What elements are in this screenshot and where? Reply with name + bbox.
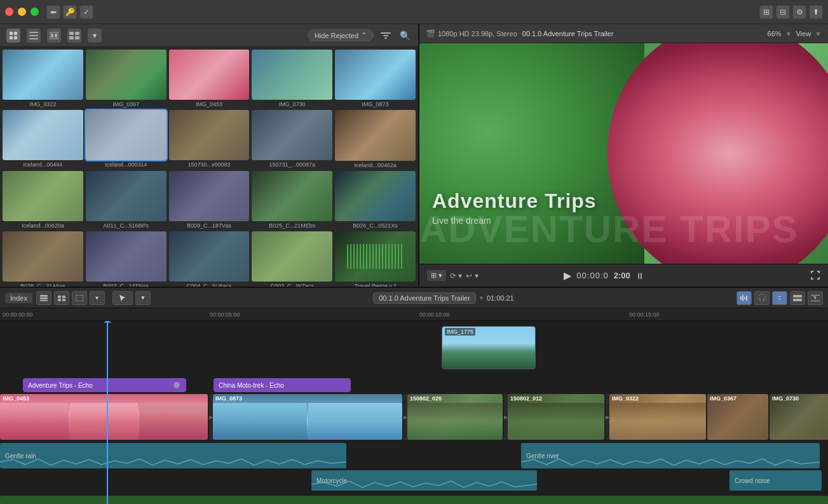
timeline-ruler: 00:00:00:00 00:00:05:00 00:00:10:00 00:0…: [0, 308, 828, 321]
thumbnail-item-selected[interactable]: Iceland...000314: [86, 110, 166, 168]
svg-rect-4: [29, 32, 38, 33]
audio-track-crowd[interactable]: Crowd noise: [730, 470, 822, 491]
video-clips-row: IMG_0453 ▶ IMG_0873: [0, 394, 828, 440]
view-mode-button[interactable]: ⊞ ▾: [427, 270, 446, 281]
thumbnail-item[interactable]: B026_C...0521Xs: [335, 171, 416, 229]
grid-icon[interactable]: ⊞: [759, 5, 773, 19]
thumbnail-image: [335, 171, 416, 221]
select-tool-toggle[interactable]: ▾: [135, 291, 151, 305]
video-clip-img0367[interactable]: IMG_0367: [707, 394, 768, 440]
thumbnail-label: B002_C...14TNas: [86, 283, 166, 287]
connected-clip[interactable]: IMG_1775: [442, 326, 536, 369]
thumbnail-item[interactable]: IMG_0453: [169, 50, 250, 107]
thumbnail-item[interactable]: IMG_0730: [252, 50, 332, 107]
clip-label: IMG_0873: [215, 395, 242, 402]
svg-rect-23: [62, 299, 65, 301]
preview-transport: ▶ 00:00:0 2:00 ⏸: [564, 269, 644, 282]
svg-rect-12: [69, 36, 74, 39]
timeline-view-btn3[interactable]: [72, 291, 87, 305]
timeline-tab-index[interactable]: Index: [5, 293, 32, 303]
close-button[interactable]: [5, 8, 13, 16]
browser-tab-filmstrip[interactable]: [47, 29, 61, 43]
maximize-button[interactable]: [31, 8, 39, 16]
thumbnail-item[interactable]: A011_C...516BPs: [86, 171, 166, 229]
back-icon[interactable]: ⬅: [46, 5, 60, 19]
thumbnail-item[interactable]: IMG_0873: [335, 50, 416, 107]
audio-track-travel-theme[interactable]: Travel theme v.2: [0, 496, 828, 504]
timeline-view-btn1[interactable]: [36, 291, 51, 305]
zoom-fit-icon[interactable]: ⟳ ▾: [450, 271, 462, 280]
timeline-view-controls: ▾: [36, 291, 105, 305]
fullscreen-button[interactable]: [810, 270, 820, 282]
minimize-button[interactable]: [18, 8, 26, 16]
audio-track-adventure[interactable]: Adventure Trips - Echo: [23, 378, 186, 392]
select-tool-button[interactable]: [112, 291, 133, 305]
thumbnail-label: IMG_0873: [335, 101, 416, 107]
ruler-mark-0: 00:00:00:00: [3, 311, 33, 318]
thumbnail-item[interactable]: B002_C...14TNas: [86, 231, 166, 287]
video-clip-150802020[interactable]: 150802_020: [407, 394, 503, 440]
video-clip-img0730[interactable]: IMG_0730: [770, 394, 828, 440]
search-icon[interactable]: 🔍: [398, 29, 412, 43]
thumbnail-item-audio[interactable]: Travel theme v.2: [335, 231, 416, 287]
timeline-expand-btn[interactable]: [808, 291, 823, 305]
timeline-playhead: [107, 321, 108, 504]
thumbnail-item[interactable]: C004_C...5U6acs: [169, 231, 250, 287]
video-clip-150802012[interactable]: 150802_012: [508, 394, 604, 440]
thumbnail-item[interactable]: IMG_0322: [3, 50, 83, 107]
timeline-tool-btns: ▾: [112, 291, 151, 305]
browser-view-toggle2[interactable]: ▾: [88, 29, 102, 43]
audio-track-gentle-river[interactable]: Gentle river: [521, 443, 820, 468]
timeline-view-btn4[interactable]: ▾: [90, 291, 105, 305]
thumbnail-item[interactable]: B009_C...187Vas: [169, 171, 250, 229]
export-icon[interactable]: ⬆: [809, 5, 823, 19]
video-clip-img0873[interactable]: IMG_0873: [213, 394, 402, 440]
svg-rect-11: [75, 32, 79, 35]
thumbnail-item[interactable]: 150731_...00087a: [252, 110, 332, 168]
waveform-btn[interactable]: [736, 291, 752, 305]
rotate-icon[interactable]: ↩ ▾: [466, 271, 478, 280]
settings-icon[interactable]: ⚙: [792, 5, 806, 19]
thumbnail-item[interactable]: C003_C...WZacs: [252, 231, 332, 287]
audio-track-motorcycle[interactable]: Motorcycle: [311, 470, 537, 491]
thumbnail-item[interactable]: Iceland...00494: [3, 110, 83, 168]
thumbnail-label: C003_C...WZacs: [252, 283, 332, 287]
clip-name: 00.1.0 Adventure Trips Trailer: [522, 30, 614, 37]
pause-icon[interactable]: ⏸: [635, 271, 644, 281]
thumbnail-item[interactable]: B028_C...21A6as: [3, 231, 83, 287]
traffic-lights: [5, 8, 39, 16]
clip-height-btn[interactable]: [790, 291, 805, 305]
thumbnail-label: IMG_0322: [3, 101, 83, 107]
link-btn[interactable]: [772, 291, 787, 305]
svg-rect-16: [384, 37, 387, 39]
timeline-clip-dropdown[interactable]: 00.1.0 Adventure Trips Trailer: [373, 292, 476, 304]
layout-icon[interactable]: ⊟: [776, 5, 790, 19]
browser-tab-list[interactable]: [27, 29, 41, 43]
thumbnail-image: [169, 110, 250, 160]
audio-track-gentle-rain[interactable]: Gentle rain: [0, 443, 346, 468]
audio-btn[interactable]: 🎧: [754, 291, 770, 305]
video-clip-img0453[interactable]: IMG_0453: [0, 394, 208, 440]
thumbnail-image: [169, 171, 250, 221]
video-clip-img0322[interactable]: IMG_0322: [609, 394, 706, 440]
thumbnail-label: IMG_0367: [86, 101, 166, 107]
hide-rejected-button[interactable]: Hide Rejected ⌃: [308, 29, 374, 41]
thumbnail-item[interactable]: B025_C...21MEbs: [252, 171, 332, 229]
thumbnail-item[interactable]: Iceland...00462a: [335, 110, 416, 168]
timeline-view-btn2[interactable]: [54, 291, 69, 305]
thumbnail-label: Iceland...00620a: [3, 222, 83, 229]
browser-tab-media[interactable]: [6, 29, 20, 43]
clip-appearance-icon[interactable]: [379, 29, 393, 43]
thumbnail-item[interactable]: Iceland...00620a: [3, 171, 83, 229]
thumbnail-item[interactable]: 150730...v00083: [169, 110, 250, 168]
thumbnail-image: [3, 50, 83, 100]
clip-label: IMG_0367: [710, 395, 736, 402]
browser-view-toggle[interactable]: [67, 29, 81, 43]
checkmark-icon[interactable]: ✓: [79, 5, 93, 19]
view-button[interactable]: View: [796, 30, 811, 37]
play-button[interactable]: ▶: [564, 269, 571, 282]
camera-icon: 🎬: [426, 29, 435, 38]
audio-track-china[interactable]: China Moto-trek - Echo: [214, 378, 351, 392]
thumbnail-item[interactable]: IMG_0367: [86, 50, 166, 107]
key-icon[interactable]: 🔑: [63, 5, 77, 19]
